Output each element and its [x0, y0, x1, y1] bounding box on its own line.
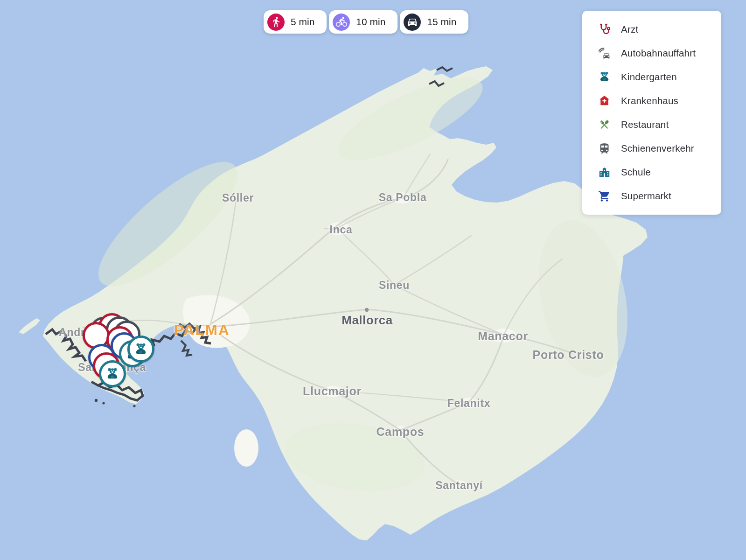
- travel-mode-walk[interactable]: 5 min: [264, 10, 327, 34]
- teddy-bear-icon: [105, 366, 120, 381]
- legend-item-schule[interactable]: Schule: [582, 166, 721, 179]
- legend-item-supermarkt[interactable]: Supermarkt: [582, 190, 721, 203]
- poi-marker-kindergarten[interactable]: [99, 360, 126, 387]
- walking-icon: [267, 14, 285, 31]
- legend-item-restaurant[interactable]: Restaurant: [582, 119, 721, 131]
- legend-label-restaurant: Restaurant: [621, 119, 669, 130]
- bicycle-icon: [333, 14, 350, 31]
- legend-label-supermarkt: Supermarkt: [621, 190, 671, 202]
- legend-item-schienenverkehr[interactable]: Schienenverkehr: [582, 142, 721, 155]
- legend-panel: Arzt Autobahnauffahrt: [582, 11, 721, 215]
- islet-sa-dragonera: [19, 318, 40, 334]
- travel-mode-bike[interactable]: 10 min: [329, 10, 397, 34]
- stethoscope-icon: [598, 23, 611, 35]
- car-icon: [404, 14, 421, 31]
- travel-mode-car-label: 15 min: [427, 16, 456, 28]
- legend-label-schule: Schule: [621, 167, 651, 178]
- travel-mode-walk-label: 5 min: [291, 16, 314, 28]
- hospital-icon: [598, 94, 611, 107]
- legend-item-krankenhaus[interactable]: Krankenhaus: [582, 94, 721, 107]
- restaurant-icon: [598, 119, 611, 131]
- teddy-bear-icon: [598, 70, 611, 83]
- legend-label-autobahnauffahrt: Autobahnauffahrt: [621, 48, 696, 59]
- legend-label-krankenhaus: Krankenhaus: [621, 95, 678, 106]
- teddy-bear-icon: [133, 342, 148, 357]
- map-app: Sóller Sa Pobla Inca Sineu Mallorca PALM…: [0, 0, 746, 560]
- legend-item-arzt[interactable]: Arzt: [582, 23, 721, 35]
- cart-icon: [598, 190, 611, 203]
- legend-item-autobahnauffahrt[interactable]: Autobahnauffahrt: [582, 47, 721, 59]
- train-icon: [598, 142, 611, 155]
- school-icon: [598, 166, 611, 179]
- highway-ramp-icon: [598, 47, 611, 59]
- region-center-dot: [365, 308, 369, 312]
- travel-mode-car[interactable]: 15 min: [400, 10, 468, 34]
- legend-label-kindergarten: Kindergarten: [621, 71, 677, 83]
- travel-mode-bike-label: 10 min: [356, 16, 385, 28]
- travel-time-bar: 5 min 10 min 15 min: [264, 10, 468, 34]
- legend-label-schienenverkehr: Schienenverkehr: [621, 143, 694, 154]
- legend-label-arzt: Arzt: [621, 24, 638, 35]
- poi-marker-kindergarten[interactable]: [127, 336, 154, 363]
- legend-item-kindergarten[interactable]: Kindergarten: [582, 70, 721, 83]
